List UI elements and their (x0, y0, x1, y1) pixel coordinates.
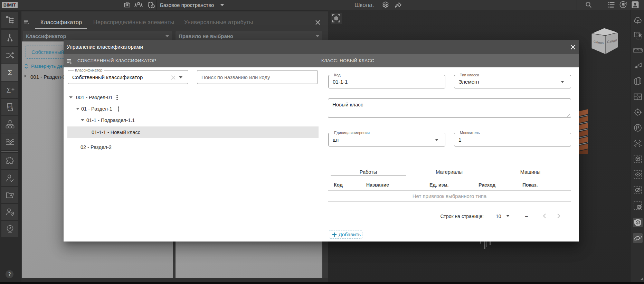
svg-text:2D: 2D (8, 105, 12, 109)
svg-text:Σ: Σ (8, 68, 12, 76)
svg-text:Σ: Σ (6, 86, 11, 94)
